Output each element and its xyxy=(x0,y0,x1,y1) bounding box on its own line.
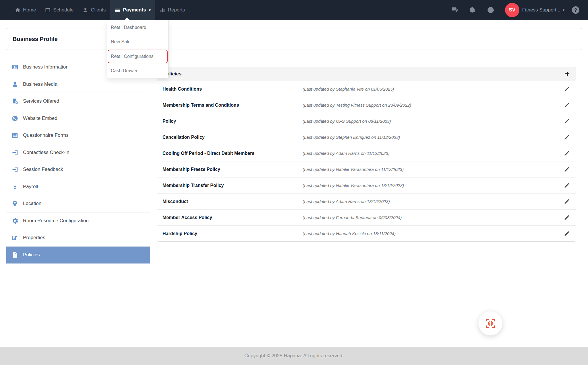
app-root: Home Schedule Clients Payments ▾ Repo xyxy=(0,0,588,365)
policy-row: Misconduct (Last updated by Adam Harris … xyxy=(157,194,576,210)
menu-item-cash-drawer[interactable]: Cash Drawer xyxy=(107,64,168,78)
pencil-icon[interactable] xyxy=(564,102,570,108)
policy-name: Member Access Policy xyxy=(163,215,303,220)
page-footer: Copyright © 2025 Hapana. All rights rese… xyxy=(0,347,588,365)
policies-panel-header: Policies + xyxy=(157,67,576,81)
sidebar-item-payroll[interactable]: $ Payroll xyxy=(6,178,150,196)
comments-icon[interactable] xyxy=(451,7,458,13)
add-policy-button[interactable]: + xyxy=(565,70,570,78)
menu-item-retail-configurations[interactable]: Retail Configurations xyxy=(107,49,168,64)
payments-dropdown-menu: Retail Dashboard New Sale Retail Configu… xyxy=(107,20,169,78)
book-comment-icon xyxy=(11,98,19,104)
top-navbar: Home Schedule Clients Payments ▾ Repo xyxy=(0,0,588,20)
sidebar-item-questionnaire-forms[interactable]: Questionnaire Forms xyxy=(6,127,150,144)
policy-row: Membership Terms and Conditions (Last up… xyxy=(157,97,576,113)
policy-list: Health Conditions (Last updated by Steph… xyxy=(157,81,576,241)
nav-item-reports[interactable]: Reports xyxy=(155,0,190,20)
payments-menu-items: Retail Dashboard New Sale Retail Configu… xyxy=(107,20,168,78)
svg-text:?: ? xyxy=(574,7,577,13)
pencil-icon[interactable] xyxy=(564,183,570,188)
policy-name: Cooling Off Period - Direct Debit Member… xyxy=(163,151,303,156)
sidebar-item-policies[interactable]: Policies xyxy=(6,247,150,264)
policies-panel: Policies + Health Conditions (Last updat… xyxy=(157,67,576,242)
sign-in-icon xyxy=(11,166,19,173)
calendar-icon xyxy=(45,7,51,13)
policy-name: Cancellation Policy xyxy=(163,135,303,140)
question-icon[interactable]: ? xyxy=(572,6,579,14)
edit-icon xyxy=(11,235,19,241)
policy-last-updated: (Last updated by Adam Harris on 11/12/20… xyxy=(303,151,564,156)
policy-row: Health Conditions (Last updated by Steph… xyxy=(157,81,576,97)
list-alt-icon xyxy=(11,132,19,138)
policy-last-updated: (Last updated by Testing Fitness Support… xyxy=(303,103,564,108)
sidebar-item-business-media[interactable]: Business Media xyxy=(6,76,150,93)
policy-last-updated: (Last updated by Adam Harris on 18/12/20… xyxy=(303,199,564,204)
id-card-icon xyxy=(11,64,19,70)
main-nav: Home Schedule Clients Payments ▾ Repo xyxy=(10,0,189,20)
sidebar-item-contactless-check-in[interactable]: Contactless Check-In xyxy=(6,144,150,161)
home-icon xyxy=(15,7,20,13)
dollar-icon: $ xyxy=(11,184,19,190)
avatar[interactable]: SV xyxy=(505,3,519,17)
user-tie-icon xyxy=(11,81,19,87)
dropdown-caret xyxy=(124,17,130,20)
sidebar-divider xyxy=(150,59,150,288)
bell-icon[interactable] xyxy=(469,7,476,13)
policy-row: Membership Freeze Policy (Last updated b… xyxy=(157,161,576,177)
settings-sidebar: Business Information Business Media Serv… xyxy=(6,59,150,263)
policy-last-updated: (Last updated by Stephen Enriquez on 11/… xyxy=(303,135,564,140)
copyright-text: Copyright © 2025 Hapana. All rights rese… xyxy=(244,353,344,359)
pencil-icon[interactable] xyxy=(564,151,570,156)
file-icon xyxy=(11,252,19,258)
policy-last-updated: (Last updated by Natalie Varasuntara on … xyxy=(303,183,564,188)
sidebar-item-services-offered[interactable]: Services Offered xyxy=(6,93,150,110)
pencil-icon[interactable] xyxy=(564,167,570,172)
policy-last-updated: (Last updated by Natalie Varasuntara on … xyxy=(303,167,564,172)
policy-last-updated: (Last updated by OFS Support on 08/11/20… xyxy=(303,119,564,124)
page-header-card: Business Profile xyxy=(6,28,582,50)
clock-icon[interactable] xyxy=(487,7,494,13)
pencil-icon[interactable] xyxy=(564,231,570,236)
sign-in-icon xyxy=(11,149,19,156)
pencil-icon[interactable] xyxy=(564,199,570,204)
menu-item-new-sale[interactable]: New Sale xyxy=(107,35,168,49)
gear-icon xyxy=(11,218,19,224)
barcode-scan-icon xyxy=(484,317,497,330)
policy-row: Policy (Last updated by OFS Support on 0… xyxy=(157,113,576,129)
nav-item-schedule[interactable]: Schedule xyxy=(40,0,78,20)
page-title: Business Profile xyxy=(13,36,58,42)
pencil-icon[interactable] xyxy=(564,86,570,92)
policy-row: Member Access Policy (Last updated by Fe… xyxy=(157,210,576,226)
pencil-icon[interactable] xyxy=(564,134,570,140)
sidebar-item-website-embed[interactable]: Website Embed xyxy=(6,110,150,127)
pencil-icon[interactable] xyxy=(564,118,570,124)
policy-name: Policy xyxy=(163,119,303,124)
policy-name: Misconduct xyxy=(163,199,303,204)
policy-row: Membership Transfer Policy (Last updated… xyxy=(157,177,576,194)
nav-item-payments[interactable]: Payments ▾ xyxy=(110,0,155,20)
policy-name: Hardship Policy xyxy=(163,231,303,236)
pencil-icon[interactable] xyxy=(564,215,570,220)
policy-name: Membership Terms and Conditions xyxy=(163,103,303,108)
policy-last-updated: (Last updated by Stephanie Vite on 01/05… xyxy=(303,87,564,91)
barcode-scanner-launcher[interactable] xyxy=(478,311,502,335)
globe-icon xyxy=(11,115,19,122)
chevron-down-icon[interactable]: ▾ xyxy=(563,8,564,12)
policy-row: Cancellation Policy (Last updated by Ste… xyxy=(157,129,576,145)
profile-name[interactable]: Fitness Support... xyxy=(522,7,560,13)
svg-text:$: $ xyxy=(13,184,16,190)
menu-item-retail-dashboard[interactable]: Retail Dashboard xyxy=(107,20,168,35)
user-icon xyxy=(83,7,88,13)
credit-card-icon xyxy=(115,7,120,13)
sidebar-item-location[interactable]: Location xyxy=(6,195,150,212)
sidebar-item-session-feedback[interactable]: Session Feedback xyxy=(6,161,150,178)
sidebar-item-room-resource-configuration[interactable]: Room Resource Configuration xyxy=(6,212,150,230)
policy-last-updated: (Last updated by Hannah Kozicki on 18/11… xyxy=(303,231,564,236)
policy-row: Hardship Policy (Last updated by Hannah … xyxy=(157,226,576,241)
policy-name: Membership Freeze Policy xyxy=(163,167,303,172)
sidebar-item-properties[interactable]: Properties xyxy=(6,229,150,247)
policy-last-updated: (Last updated by Fernanda Santana on 06/… xyxy=(303,215,564,220)
nav-item-clients[interactable]: Clients xyxy=(78,0,110,20)
nav-item-home[interactable]: Home xyxy=(10,0,40,20)
policy-name: Membership Transfer Policy xyxy=(163,183,303,188)
